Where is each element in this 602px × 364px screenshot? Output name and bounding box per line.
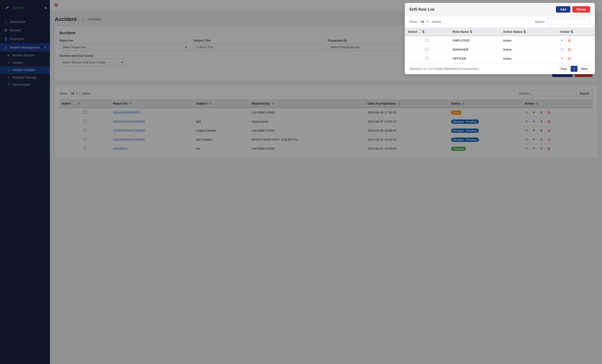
modal-action-icons-2: ✎ | 🗑 (560, 56, 591, 61)
modal-action-icons-0: ✎ | 🗑 (560, 38, 591, 43)
modal-row-role-name-1: MANAGER (449, 45, 500, 54)
prev-page-button[interactable]: Prev (558, 66, 570, 72)
modal-col-action: Action ⇅ (557, 28, 595, 36)
modal-delete-icon-0[interactable]: 🗑 (567, 38, 571, 43)
modal-controls: Show All 10 25 entries Search: (405, 16, 595, 28)
modal-show-entries: Show All 10 25 entries (409, 19, 441, 24)
modal-table-body: EMPLOYEE Active ✎ | 🗑 MANAGER Active ✎ |… (405, 36, 595, 63)
modal-table-head: Select ⇅ Role Name ⇅ Active Status ⇅ Act… (405, 28, 595, 36)
modal-row-role-name-2: OFFICER (449, 54, 500, 63)
modal-table: Select ⇅ Role Name ⇅ Active Status ⇅ Act… (405, 28, 595, 63)
modal-row-role-name-0: EMPLOYEE (449, 36, 500, 45)
modal-action-header: Action (560, 30, 570, 33)
modal-col-role-name: Role Name ⇅ (449, 28, 500, 36)
modal-col-select: Select ⇅ (405, 28, 449, 36)
modal-row-checkbox-1[interactable] (425, 48, 429, 51)
modal-search-area: Search: (535, 19, 590, 25)
modal-row-checkbox-2[interactable] (425, 57, 429, 60)
modal-table-row: EMPLOYEE Active ✎ | 🗑 (405, 36, 595, 45)
modal-row-checkbox-cell-1 (405, 45, 449, 54)
modal-show-label: Show (409, 20, 417, 23)
modal-header-row: Select ⇅ Role Name ⇅ Active Status ⇅ Act… (405, 28, 595, 36)
modal-delete-button[interactable]: Delete (572, 6, 590, 13)
modal-edit-icon-1[interactable]: ✎ (560, 47, 564, 52)
modal-row-checkbox-cell-0 (405, 36, 449, 45)
modal-row-active-status-0: Active (500, 36, 557, 45)
modal-select-all-checkbox[interactable] (418, 30, 421, 33)
modal-row-action-0: ✎ | 🗑 (557, 36, 595, 45)
modal-title: EHS Role List (409, 7, 434, 12)
modal-search-input[interactable] (547, 19, 590, 25)
modal-footer: Showing 1 to 3 of 3 entries (filtered fr… (405, 63, 595, 74)
modal-select-sort: ⇅ (422, 30, 425, 33)
modal-delete-icon-2[interactable]: 🗑 (567, 56, 571, 61)
modal-add-button[interactable]: Add (556, 6, 570, 13)
role-name-sort[interactable]: ⇅ (470, 30, 472, 33)
role-name-header: Role Name (453, 30, 469, 33)
modal-table-row: MANAGER Active ✎ | 🗑 (405, 45, 595, 54)
modal-footer-text: Showing 1 to 3 of 3 entries (filtered fr… (409, 67, 479, 71)
modal-row-action-2: ✎ | 🗑 (557, 54, 595, 63)
modal-row-active-status-1: Active (500, 45, 557, 54)
ehs-role-modal: EHS Role List Add Delete Show All 10 25 … (405, 3, 595, 74)
modal-row-checkbox-0[interactable] (425, 39, 429, 42)
modal-entries-label: entries (432, 20, 441, 23)
modal-table-row: OFFICER Active ✎ | 🗑 (405, 54, 595, 63)
modal-header: EHS Role List Add Delete (405, 3, 595, 16)
next-page-button[interactable]: Next (579, 66, 590, 72)
page-1-button[interactable]: 1 (571, 66, 578, 72)
active-status-sort[interactable]: ⇅ (523, 30, 526, 33)
modal-action-sort[interactable]: ⇅ (571, 30, 573, 33)
modal-row-action-1: ✎ | 🗑 (557, 45, 595, 54)
modal-row-active-status-2: Active (500, 54, 557, 63)
modal-col-active-status: Active Status ⇅ (500, 28, 557, 36)
modal-delete-icon-1[interactable]: 🗑 (567, 47, 571, 52)
modal-edit-icon-2[interactable]: ✎ (560, 56, 564, 61)
modal-edit-icon-0[interactable]: ✎ (560, 38, 564, 43)
active-status-header: Active Status (503, 30, 522, 33)
modal-header-buttons: Add Delete (556, 6, 590, 13)
modal-pagination: Prev 1 Next (558, 66, 590, 72)
modal-overlay[interactable]: EHS Role List Add Delete Show All 10 25 … (0, 0, 602, 364)
modal-search-label: Search: (535, 20, 545, 23)
modal-action-icons-1: ✎ | 🗑 (560, 47, 591, 52)
modal-row-checkbox-cell-2 (405, 54, 449, 63)
modal-entries-select[interactable]: All 10 25 (419, 19, 430, 24)
